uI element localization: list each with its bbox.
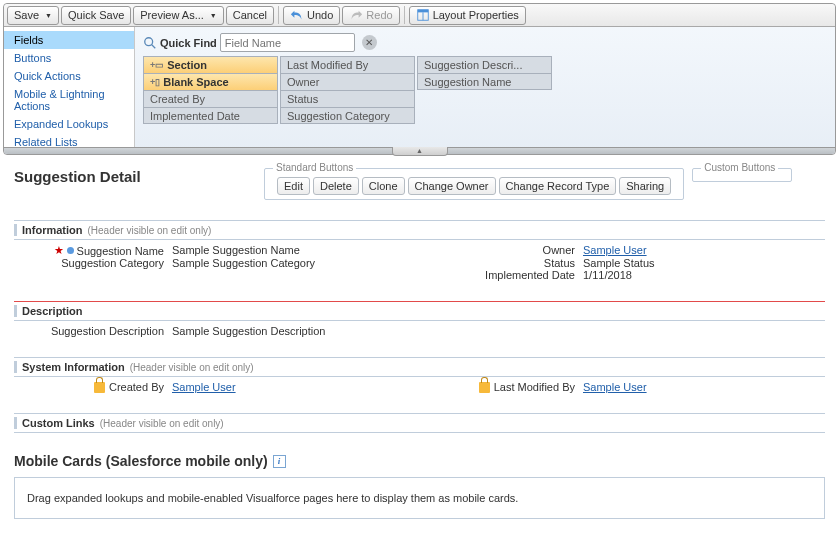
chevron-up-icon: ▲ xyxy=(416,148,423,154)
field-value-owner[interactable]: Sample User xyxy=(583,244,647,256)
cancel-label: Cancel xyxy=(233,9,267,21)
palette-field-last-modified-by[interactable]: Last Modified By xyxy=(280,56,415,73)
page-title: Suggestion Detail xyxy=(14,168,264,185)
custom-buttons-group: Custom Buttons xyxy=(692,168,792,182)
toolbar-separator xyxy=(278,6,279,24)
field-label-suggestion-name: Suggestion Name xyxy=(77,245,164,257)
field-label-modified-by: Last Modified By xyxy=(494,381,575,393)
palette-field-status[interactable]: Status xyxy=(280,90,415,107)
palette-field-owner[interactable]: Owner xyxy=(280,73,415,90)
quick-find-label: Quick Find xyxy=(160,37,217,49)
section-description: Description Suggestion Description Sampl… xyxy=(14,301,825,347)
mobile-cards-title: Mobile Cards (Salesforce mobile only) i xyxy=(14,453,825,469)
field-label-created-by: Created By xyxy=(109,381,164,393)
standard-buttons-legend: Standard Buttons xyxy=(273,162,356,173)
preview-as-label: Preview As... xyxy=(140,9,204,21)
section-note: (Header visible on edit only) xyxy=(88,225,212,236)
svg-point-3 xyxy=(145,37,153,45)
palette-main: Quick Find ✕ +▭Section +▯Blank Space Cre… xyxy=(135,27,835,147)
assignable-dot-icon xyxy=(67,247,74,254)
section-custom-links: Custom Links (Header visible on edit onl… xyxy=(14,413,825,433)
preview-as-dropdown-icon: ▼ xyxy=(210,12,217,19)
svg-rect-1 xyxy=(417,10,428,13)
layout-properties-icon xyxy=(416,8,430,22)
field-label-owner: Owner xyxy=(463,244,583,257)
quick-find-row: Quick Find ✕ xyxy=(143,33,827,52)
redo-button[interactable]: Redo xyxy=(342,6,399,25)
redo-label: Redo xyxy=(366,9,392,21)
required-star-icon: ★ xyxy=(54,244,64,257)
standard-btn-change-record-type[interactable]: Change Record Type xyxy=(499,177,617,195)
redo-icon xyxy=(349,8,363,22)
field-label-implemented-date: Implemented Date xyxy=(463,269,583,281)
palette-field-suggestion-name[interactable]: Suggestion Name xyxy=(417,73,552,90)
section-title-information: Information xyxy=(22,224,83,236)
palette-body: Fields Buttons Quick Actions Mobile & Li… xyxy=(4,27,835,147)
palette-sidebar[interactable]: Fields Buttons Quick Actions Mobile & Li… xyxy=(4,27,135,147)
field-label-suggestion-category: Suggestion Category xyxy=(18,257,172,269)
undo-label: Undo xyxy=(307,9,333,21)
section-handle xyxy=(14,361,17,373)
top-toolbar: Save ▼ Quick Save Preview As... ▼ Cancel… xyxy=(4,4,835,27)
field-value-suggestion-description: Sample Suggestion Description xyxy=(172,325,463,337)
sidebar-item-fields[interactable]: Fields xyxy=(4,31,134,49)
standard-btn-sharing[interactable]: Sharing xyxy=(619,177,671,195)
section-title-custom-links: Custom Links xyxy=(22,417,95,429)
quick-find-clear-icon[interactable]: ✕ xyxy=(362,35,377,50)
palette-field-implemented-date[interactable]: Implemented Date xyxy=(143,107,278,124)
toolbar-separator xyxy=(404,6,405,24)
section-icon: +▭ xyxy=(150,60,164,70)
field-value-suggestion-category: Sample Suggestion Category xyxy=(172,257,463,269)
blank-space-icon: +▯ xyxy=(150,77,160,87)
field-palette-grid: +▭Section +▯Blank Space Created By Imple… xyxy=(143,56,827,124)
field-label-suggestion-description: Suggestion Description xyxy=(18,325,172,337)
quick-save-button[interactable]: Quick Save xyxy=(61,6,131,25)
quick-find-input[interactable] xyxy=(220,33,355,52)
standard-btn-delete[interactable]: Delete xyxy=(313,177,359,195)
section-system-information: System Information (Header visible on ed… xyxy=(14,357,825,403)
mobile-cards-dropzone[interactable]: Drag expanded lookups and mobile-enabled… xyxy=(14,477,825,519)
palette-field-section[interactable]: +▭Section xyxy=(143,56,278,73)
standard-btn-edit[interactable]: Edit xyxy=(277,177,310,195)
palette-field-created-by[interactable]: Created By xyxy=(143,90,278,107)
undo-icon xyxy=(290,8,304,22)
sidebar-item-buttons[interactable]: Buttons xyxy=(4,49,134,67)
custom-buttons-legend: Custom Buttons xyxy=(701,162,778,173)
section-title-system: System Information xyxy=(22,361,125,373)
section-title-description: Description xyxy=(22,305,83,317)
svg-line-4 xyxy=(152,44,156,48)
field-label-status: Status xyxy=(463,257,583,269)
section-information: Information (Header visible on edit only… xyxy=(14,220,825,291)
layout-properties-button[interactable]: Layout Properties xyxy=(409,6,526,25)
sidebar-item-mobile-lightning[interactable]: Mobile & Lightning Actions xyxy=(4,85,134,115)
info-icon[interactable]: i xyxy=(273,455,286,468)
layout-props-label: Layout Properties xyxy=(433,9,519,21)
resize-handle[interactable]: ▲ xyxy=(392,147,448,156)
section-handle xyxy=(14,417,17,429)
section-note: (Header visible on edit only) xyxy=(100,418,224,429)
field-value-modified-by[interactable]: Sample User xyxy=(583,381,647,393)
palette-field-suggestion-description[interactable]: Suggestion Descri... xyxy=(417,56,552,73)
standard-buttons-group: Standard Buttons Edit Delete Clone Chang… xyxy=(264,168,684,200)
standard-btn-clone[interactable]: Clone xyxy=(362,177,405,195)
field-value-implemented-date: 1/11/2018 xyxy=(583,269,825,281)
preview-as-button[interactable]: Preview As... ▼ xyxy=(133,6,224,25)
field-value-status: Sample Status xyxy=(583,257,825,269)
standard-btn-change-owner[interactable]: Change Owner xyxy=(408,177,496,195)
lock-icon xyxy=(94,382,105,393)
sidebar-item-related-lists[interactable]: Related Lists xyxy=(4,133,134,147)
lock-icon xyxy=(479,382,490,393)
sidebar-item-expanded-lookups[interactable]: Expanded Lookups xyxy=(4,115,134,133)
field-value-suggestion-name: Sample Suggestion Name xyxy=(172,244,463,257)
quick-save-label: Quick Save xyxy=(68,9,124,21)
field-value-created-by[interactable]: Sample User xyxy=(172,381,236,393)
sidebar-item-quick-actions[interactable]: Quick Actions xyxy=(4,67,134,85)
palette-field-suggestion-category[interactable]: Suggestion Category xyxy=(280,107,415,124)
save-label: Save xyxy=(14,9,39,21)
section-note: (Header visible on edit only) xyxy=(130,362,254,373)
palette-field-blank-space[interactable]: +▯Blank Space xyxy=(143,73,278,90)
cancel-button[interactable]: Cancel xyxy=(226,6,274,25)
palette-resize-bar[interactable]: ▲ xyxy=(4,147,835,154)
save-button[interactable]: Save ▼ xyxy=(7,6,59,25)
undo-button[interactable]: Undo xyxy=(283,6,340,25)
